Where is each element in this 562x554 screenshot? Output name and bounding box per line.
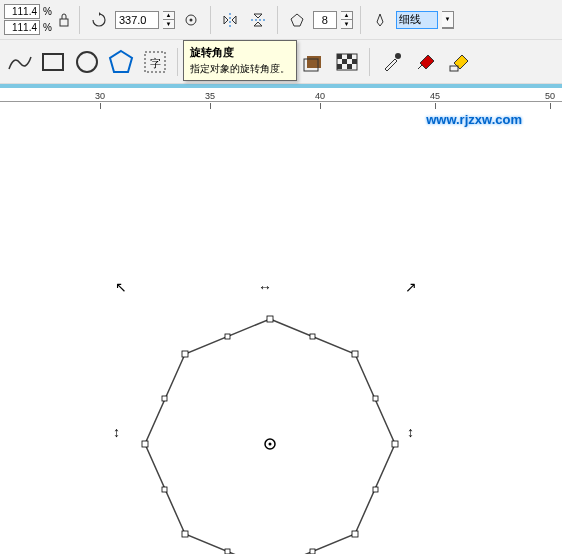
svg-rect-23: [347, 54, 352, 59]
svg-rect-45: [225, 549, 230, 554]
transparency-tool[interactable]: [332, 47, 362, 77]
mirror-vertical-icon[interactable]: [246, 8, 270, 32]
svg-rect-36: [352, 531, 358, 537]
svg-rect-38: [182, 531, 188, 537]
fill-tool[interactable]: [411, 47, 441, 77]
svg-rect-22: [337, 54, 342, 59]
canvas[interactable]: 30 35 40 45 50 www.rjzxw.com ↖ ↗ ↙ ↘ ↔ ↔…: [0, 84, 562, 102]
ruler-tick: 30: [95, 91, 105, 101]
smart-fill-tool[interactable]: [445, 47, 475, 77]
tooltip-description: 指定对象的旋转角度。: [190, 62, 290, 76]
svg-point-5: [77, 52, 97, 72]
divider: [277, 6, 278, 34]
divider: [210, 6, 211, 34]
scale-x-input[interactable]: [4, 4, 40, 19]
rotate-icon[interactable]: [87, 8, 111, 32]
mirror-horizontal-icon[interactable]: [218, 8, 242, 32]
sides-input[interactable]: [313, 11, 337, 29]
svg-rect-33: [267, 316, 273, 322]
polygon-icon[interactable]: [285, 8, 309, 32]
watermark: www.rjzxw.com: [426, 112, 522, 127]
svg-rect-40: [182, 351, 188, 357]
svg-rect-27: [347, 64, 352, 69]
svg-rect-39: [142, 441, 148, 447]
svg-point-32: [269, 443, 272, 446]
freehand-tool[interactable]: [4, 47, 34, 77]
rectangle-tool[interactable]: [38, 47, 68, 77]
svg-rect-24: [342, 59, 347, 64]
ruler-tick: 45: [430, 91, 440, 101]
ruler-tick: 40: [315, 91, 325, 101]
svg-rect-48: [225, 334, 230, 339]
svg-rect-47: [162, 396, 167, 401]
selected-octagon[interactable]: [130, 304, 410, 554]
scale-y-input[interactable]: [4, 20, 40, 35]
percent-label: %: [43, 22, 52, 33]
svg-rect-41: [310, 334, 315, 339]
svg-rect-43: [373, 487, 378, 492]
lock-ratio-icon[interactable]: [56, 12, 72, 28]
property-bar: % % ▲▼ ▲▼ ▼: [0, 0, 562, 40]
ruler-tick: 35: [205, 91, 215, 101]
sides-spinner[interactable]: ▲▼: [341, 11, 353, 29]
svg-text:字: 字: [150, 57, 161, 69]
pen-outline-icon[interactable]: [368, 8, 392, 32]
percent-label: %: [43, 6, 52, 17]
svg-rect-42: [373, 396, 378, 401]
horizontal-ruler: 30 35 40 45 50: [0, 84, 562, 102]
ellipse-tool[interactable]: [72, 47, 102, 77]
skew-handle-top[interactable]: ↔: [258, 279, 272, 295]
svg-rect-34: [352, 351, 358, 357]
scale-inputs: % %: [4, 4, 52, 35]
svg-point-2: [189, 18, 192, 21]
rotation-input[interactable]: [115, 11, 159, 29]
svg-rect-35: [392, 441, 398, 447]
effects-tool[interactable]: [298, 47, 328, 77]
skew-handle-right[interactable]: ↕: [407, 424, 414, 440]
rotate-handle-tr[interactable]: ↗: [405, 279, 417, 295]
svg-rect-29: [450, 66, 458, 71]
rotation-tooltip: 旋转角度 指定对象的旋转角度。: [183, 40, 297, 81]
divider: [369, 48, 370, 76]
svg-rect-46: [162, 487, 167, 492]
svg-marker-3: [291, 14, 303, 26]
tooltip-title: 旋转角度: [190, 45, 290, 60]
svg-rect-44: [310, 549, 315, 554]
divider: [360, 6, 361, 34]
svg-point-28: [395, 53, 401, 59]
polygon-tool[interactable]: [106, 47, 136, 77]
center-origin-icon[interactable]: [179, 8, 203, 32]
text-tool[interactable]: 字: [140, 47, 170, 77]
svg-marker-6: [110, 51, 132, 72]
eyedropper-tool[interactable]: [377, 47, 407, 77]
outline-dropdown[interactable]: ▼: [442, 11, 454, 29]
outline-width-select[interactable]: [396, 11, 438, 29]
skew-handle-left[interactable]: ↕: [113, 424, 120, 440]
rotation-spinner[interactable]: ▲▼: [163, 11, 175, 29]
svg-rect-25: [352, 59, 357, 64]
svg-rect-4: [43, 54, 63, 70]
svg-rect-19: [307, 56, 321, 68]
svg-rect-26: [337, 64, 342, 69]
divider: [79, 6, 80, 34]
divider: [177, 48, 178, 76]
ruler-tick: 50: [545, 91, 555, 101]
rotate-handle-tl[interactable]: ↖: [115, 279, 127, 295]
svg-rect-0: [60, 19, 68, 26]
